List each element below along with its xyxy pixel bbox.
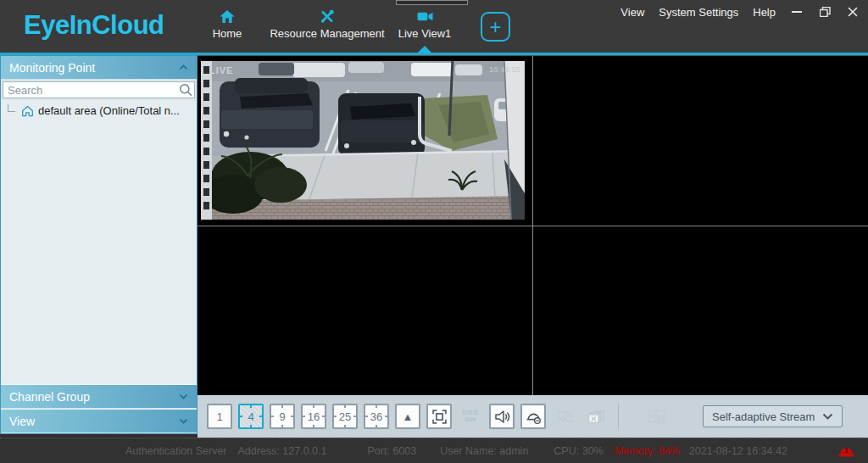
plus-icon: + — [489, 15, 501, 38]
search-row — [1, 80, 197, 100]
area-home-icon — [21, 105, 34, 117]
panel-header-monitoring-point[interactable]: Monitoring Point — [1, 56, 197, 80]
save-layout-icon — [648, 409, 666, 424]
alarm-siren-icon: 1 — [837, 441, 856, 458]
close-button[interactable] — [846, 5, 860, 19]
window-menubar: View System Settings Help — [620, 5, 860, 19]
tab-home[interactable]: Home — [203, 8, 251, 40]
auth-server-label: Authentication Server — [125, 445, 227, 457]
active-tab-pointer — [417, 46, 432, 53]
save-view-layout-button[interactable] — [644, 404, 670, 429]
statusbar: Authentication Server Address: 127.0.0.1… — [0, 438, 868, 463]
restore-button[interactable] — [818, 5, 832, 19]
search-input[interactable] — [3, 81, 195, 98]
menu-help[interactable]: Help — [753, 6, 776, 19]
triangle-up-icon: ▲ — [403, 410, 414, 423]
zoom-region-button[interactable] — [552, 404, 577, 429]
video-cell-1[interactable]: LIVE 16:49:55 — [198, 56, 532, 226]
video-timestamp: 16:49:55 — [489, 64, 520, 74]
server-port: Port: 6003 — [367, 445, 416, 457]
tree-item-label: default area (Online/Total n... — [38, 104, 180, 117]
panel-header-view[interactable]: View — [1, 409, 197, 433]
chevron-down-icon — [822, 413, 833, 420]
stream-type-value: Self-adaptive Stream — [712, 410, 815, 423]
add-tab-button[interactable]: + — [481, 12, 510, 42]
chevron-down-icon — [179, 418, 188, 424]
alarm-center-button[interactable]: 1 — [837, 441, 856, 460]
tab-live-view1-label: Live View1 — [398, 27, 452, 40]
fullscreen-icon — [432, 410, 447, 424]
chevron-down-icon — [179, 393, 188, 399]
expand-layout-button[interactable]: ▲ — [395, 404, 420, 429]
live-badge: LIVE — [209, 65, 233, 75]
minimize-icon — [792, 11, 802, 13]
channel-group-title: Channel Group — [9, 390, 90, 404]
topbar: EyeInCloud Home Resource Management Li — [0, 0, 868, 53]
speaker-icon — [494, 410, 510, 424]
user-name: User Name: admin — [440, 445, 528, 457]
restore-icon — [820, 7, 831, 17]
tools-icon — [319, 8, 336, 25]
monitoring-point-tree: default area (Online/Total n... — [1, 100, 197, 384]
tree-item-default-area[interactable]: default area (Online/Total n... — [6, 104, 192, 117]
tab-home-label: Home — [213, 27, 242, 40]
camera-feed: LIVE 16:49:55 — [198, 56, 532, 226]
search-icon[interactable] — [179, 83, 192, 97]
tab-resource-management-label: Resource Management — [270, 27, 384, 40]
layout-36-button[interactable]: 36 — [364, 404, 389, 429]
accent-divider — [0, 53, 868, 55]
tab-resource-management[interactable]: Resource Management — [264, 8, 390, 40]
close-icon — [848, 7, 858, 17]
layout-4-button[interactable]: 4 — [238, 404, 264, 429]
menu-view[interactable]: View — [620, 6, 644, 19]
audio-button[interactable] — [489, 404, 515, 429]
video-grid: LIVE 16:49:55 — [198, 55, 868, 395]
server-address: Address: 127.0.0.1 — [238, 445, 327, 457]
tab-live-view1[interactable]: Live View1 — [392, 8, 458, 40]
video-cell-3[interactable] — [198, 226, 532, 395]
layout-16-button[interactable]: 16 — [301, 404, 326, 429]
home-icon — [219, 8, 236, 25]
manual-alarm-button[interactable] — [520, 404, 546, 429]
chevron-up-icon — [179, 64, 188, 70]
fullscreen-button[interactable] — [426, 404, 452, 429]
video-cell-4[interactable] — [533, 226, 868, 395]
minimize-button[interactable] — [790, 5, 804, 19]
layout-9-button[interactable]: 9 — [270, 404, 295, 429]
cpu-usage: CPU: 30% — [554, 445, 603, 457]
datetime: 2021-08-12 16:34:42 — [689, 445, 787, 457]
memory-usage: Memory: 84% — [615, 445, 680, 457]
menu-system-settings[interactable]: System Settings — [659, 6, 738, 19]
top-tab-sliver — [396, 0, 468, 5]
monitoring-point-title: Monitoring Point — [9, 61, 95, 75]
video-cell-2[interactable] — [533, 56, 868, 226]
view-title: View — [9, 415, 35, 428]
close-all-icon — [587, 410, 605, 424]
panel-header-channel-group[interactable]: Channel Group — [1, 384, 197, 409]
region-select-icon — [556, 410, 574, 423]
app-window: EyeInCloud Home Resource Management Li — [0, 0, 868, 463]
toolbar-separator — [618, 404, 619, 429]
close-all-button[interactable] — [583, 404, 609, 429]
osd-label: OSDON — [463, 410, 479, 423]
alarm-bell-icon — [526, 410, 542, 424]
tree-elbow — [8, 104, 15, 112]
stream-type-dropdown[interactable]: Self-adaptive Stream — [703, 405, 843, 427]
camera-icon — [416, 8, 434, 25]
sidebar: Monitoring Point default area (Online/To… — [0, 55, 198, 434]
live-view-toolbar: 1 4 9 16 25 36 ▲ OSDON — [198, 395, 868, 438]
alarm-count-badge: 1 — [844, 446, 849, 455]
osd-toggle-button[interactable]: OSDON — [458, 404, 483, 429]
layout-1-button[interactable]: 1 — [207, 404, 232, 429]
layout-25-button[interactable]: 25 — [332, 404, 358, 429]
app-logo: EyeInCloud — [24, 0, 164, 53]
